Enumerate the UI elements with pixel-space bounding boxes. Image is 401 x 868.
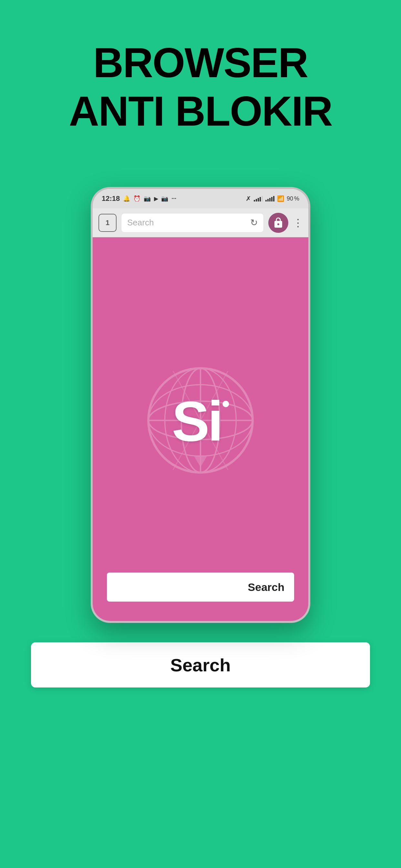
bottom-search-label: Search: [171, 655, 231, 676]
status-bar: 12:18 🔔 ⏰ 📷 ▶ 📷 ··· ✗: [93, 189, 308, 208]
app-logo-text: Si: [172, 393, 229, 450]
bluetooth-icon: ✗: [246, 195, 251, 203]
lock-icon: [273, 217, 284, 228]
hero-title: BROWSER ANTI BLOKIR: [69, 39, 332, 135]
browser-search-bar[interactable]: Search: [107, 572, 294, 601]
browser-toolbar: 1 Search ↻ ⋮: [93, 208, 308, 237]
app-dot: [223, 401, 229, 407]
url-bar-placeholder: Search: [127, 218, 154, 228]
url-bar[interactable]: Search ↻: [121, 213, 264, 232]
instagram-icon: 📷: [161, 195, 168, 202]
tab-count-label: 1: [105, 219, 110, 227]
status-right: ✗ 📶: [246, 195, 299, 203]
phone-mockup: 12:18 🔔 ⏰ 📷 ▶ 📷 ··· ✗: [91, 187, 310, 623]
notif-mute-icon: 🔔: [123, 195, 130, 202]
status-left: 12:18 🔔 ⏰ 📷 ▶ 📷 ···: [102, 194, 176, 203]
bottom-section: Search: [0, 623, 401, 726]
browser-content: Si Search: [93, 237, 308, 621]
battery-indicator: 90 %: [287, 195, 299, 202]
play-icon: ▶: [154, 196, 158, 202]
refresh-icon[interactable]: ↻: [250, 217, 258, 228]
tab-counter[interactable]: 1: [98, 214, 117, 232]
signal1-icon: [254, 196, 263, 202]
browser-search-label: Search: [248, 581, 284, 593]
wifi-icon: 📶: [277, 195, 284, 202]
menu-dots-button[interactable]: ⋮: [293, 217, 303, 229]
app-initials: Si: [172, 393, 221, 450]
camera-icon: 📷: [144, 195, 151, 202]
hero-line2: ANTI BLOKIR: [69, 87, 332, 135]
lock-button[interactable]: [268, 213, 288, 233]
phone-screen: 12:18 🔔 ⏰ 📷 ▶ 📷 ··· ✗: [93, 189, 308, 621]
svg-marker-9: [194, 456, 207, 467]
hero-line1: BROWSER: [69, 39, 332, 87]
battery-level: 90: [287, 195, 293, 202]
dots-icon: ···: [172, 195, 176, 202]
bottom-search-button[interactable]: Search: [31, 642, 370, 687]
signal2-icon: [266, 196, 274, 202]
status-time: 12:18: [102, 194, 120, 203]
alarm-icon: ⏰: [133, 195, 141, 202]
